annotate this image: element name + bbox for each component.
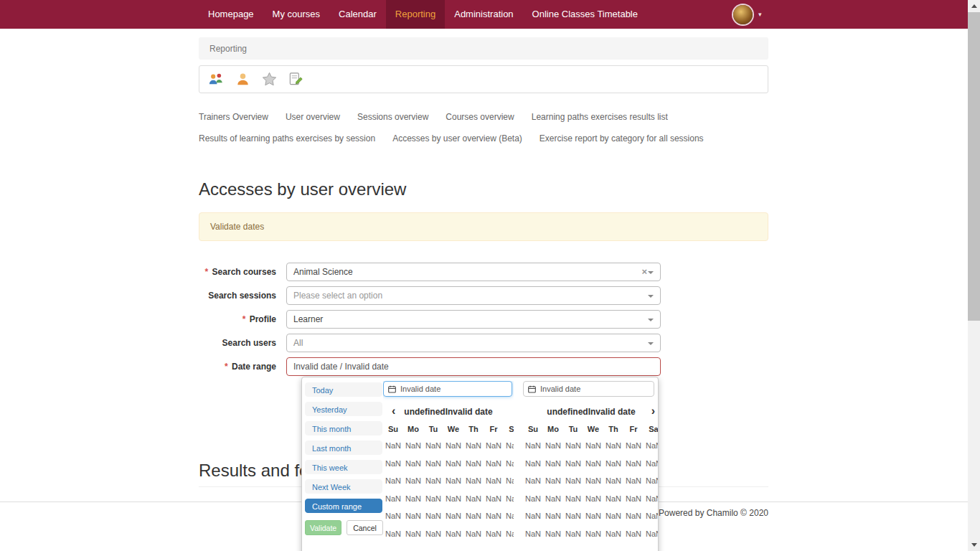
nav-item-online-classes-timetable[interactable]: Online Classes Timetable [523,0,647,29]
calendar-day-cell[interactable]: NaN [523,437,543,455]
calendar-day-cell[interactable]: NaN [504,437,514,455]
link-results-by-session[interactable]: Results of learning paths exercises by s… [199,133,375,143]
calendar-day-cell[interactable]: NaN [484,490,504,508]
calendar-day-cell[interactable]: NaN [463,437,484,455]
users-icon[interactable] [207,70,225,88]
calendar-day-cell[interactable]: NaN [383,490,403,508]
calendar-day-cell[interactable]: NaN [403,437,423,455]
calendar-day-cell[interactable]: NaN [583,490,603,508]
calendar-day-cell[interactable]: NaN [583,507,603,525]
calendar-day-cell[interactable]: NaN [443,507,463,525]
search-courses-select[interactable]: Animal Science × [286,263,661,281]
scrollbar-thumb[interactable] [968,12,980,321]
calendar-day-cell[interactable]: NaN [383,507,403,525]
calendar-day-cell[interactable]: NaN [603,507,623,525]
nav-item-reporting[interactable]: Reporting [386,0,445,29]
search-users-select[interactable]: All [286,334,661,352]
calendar-day-cell[interactable]: NaN [423,472,443,490]
calendar-day-cell[interactable]: NaN [403,455,423,473]
calendar-day-cell[interactable]: NaN [423,437,443,455]
calendar-day-cell[interactable]: NaN [443,525,463,543]
cancel-button[interactable]: Cancel [347,520,383,535]
calendar-day-cell[interactable]: NaN [543,525,563,543]
calendar-day-cell[interactable]: NaN [603,437,623,455]
calendar-day-cell[interactable]: NaN [463,490,484,508]
start-date-input[interactable]: Invalid date [383,381,512,397]
calendar-day-cell[interactable]: NaN [383,472,403,490]
calendar-day-cell[interactable]: NaN [504,525,514,543]
calendar-day-cell[interactable]: NaN [523,525,543,543]
preset-today[interactable]: Today [305,382,382,397]
breadcrumb-item-reporting[interactable]: Reporting [209,44,247,54]
calendar-day-cell[interactable]: NaN [563,525,583,543]
calendar-day-cell[interactable]: NaN [484,507,504,525]
calendar-day-cell[interactable]: NaN [543,490,563,508]
calendar-day-cell[interactable]: NaN [563,455,583,473]
link-user-overview[interactable]: User overview [286,112,340,122]
calendar-day-cell[interactable]: NaN [583,455,603,473]
calendar-day-cell[interactable]: NaN [523,507,543,525]
calendar-day-cell[interactable]: NaN [463,507,484,525]
calendar-day-cell[interactable]: NaN [623,525,644,543]
calendar-day-cell[interactable]: NaN [523,490,543,508]
calendar-day-cell[interactable]: NaN [423,525,443,543]
calendar-day-cell[interactable]: NaN [603,490,623,508]
calendar-day-cell[interactable]: NaN [623,490,644,508]
calendar-day-cell[interactable]: NaN [484,472,504,490]
calendar-day-cell[interactable]: NaN [543,507,563,525]
calendar-day-cell[interactable]: NaN [603,525,623,543]
calendar-day-cell[interactable]: NaN [583,525,603,543]
user-menu[interactable]: ▾ [733,0,762,29]
calendar-day-cell[interactable]: NaN [563,437,583,455]
preset-this-month[interactable]: This month [305,421,382,435]
calendar-day-cell[interactable]: NaN [443,455,463,473]
preset-custom-range[interactable]: Custom range [305,499,382,513]
scrollbar[interactable] [968,0,980,551]
calendar-day-cell[interactable]: NaN [463,525,484,543]
calendar-day-cell[interactable]: NaN [583,437,603,455]
calendar-day-cell[interactable]: NaN [563,507,583,525]
calendar-day-cell[interactable]: NaN [423,507,443,525]
calendar-day-cell[interactable]: NaN [583,472,603,490]
calendar-day-cell[interactable]: NaN [563,490,583,508]
nav-item-my-courses[interactable]: My courses [263,0,329,29]
calendar-day-cell[interactable]: NaN [644,490,659,508]
link-sessions-overview[interactable]: Sessions overview [357,112,428,122]
calendar-day-cell[interactable]: NaN [463,472,484,490]
calendar-day-cell[interactable]: NaN [543,437,563,455]
user-icon[interactable] [234,70,252,88]
link-learning-paths-results[interactable]: Learning paths exercises results list [532,112,668,122]
link-accesses-by-user[interactable]: Accesses by user overview (Beta) [392,133,522,143]
calendar-day-cell[interactable]: NaN [543,455,563,473]
calendar-day-cell[interactable]: NaN [644,525,659,543]
calendar-day-cell[interactable]: NaN [623,507,644,525]
report-icon[interactable] [287,70,305,88]
link-exercise-report-by-category[interactable]: Exercise report by category for all sess… [540,133,704,143]
preset-this-week[interactable]: This week [305,460,382,474]
preset-last-month[interactable]: Last month [305,441,382,455]
calendar-day-cell[interactable]: NaN [543,472,563,490]
calendar-day-cell[interactable]: NaN [623,472,644,490]
calendar-day-cell[interactable]: NaN [423,490,443,508]
calendar-day-cell[interactable]: NaN [403,490,423,508]
date-range-input[interactable] [286,357,661,376]
calendar-day-cell[interactable]: NaN [403,525,423,543]
calendar-day-cell[interactable]: NaN [423,455,443,473]
nav-item-calendar[interactable]: Calendar [329,0,386,29]
prev-month-icon[interactable]: ‹ [392,404,395,418]
calendar-day-cell[interactable]: NaN [484,437,504,455]
calendar-day-cell[interactable]: NaN [443,472,463,490]
calendar-day-cell[interactable]: NaN [383,525,403,543]
scroll-down-button[interactable] [968,539,980,551]
calendar-day-cell[interactable]: NaN [523,472,543,490]
calendar-day-cell[interactable]: NaN [443,490,463,508]
preset-next-week[interactable]: Next Week [305,479,382,494]
calendar-day-cell[interactable]: NaN [443,437,463,455]
link-courses-overview[interactable]: Courses overview [446,112,514,122]
end-date-input[interactable]: Invalid date [523,381,654,397]
calendar-day-cell[interactable]: NaN [504,455,514,473]
nav-item-homepage[interactable]: Homepage [199,0,263,29]
calendar-day-cell[interactable]: NaN [603,455,623,473]
nav-item-administration[interactable]: Administration [445,0,522,29]
calendar-day-cell[interactable]: NaN [403,472,423,490]
